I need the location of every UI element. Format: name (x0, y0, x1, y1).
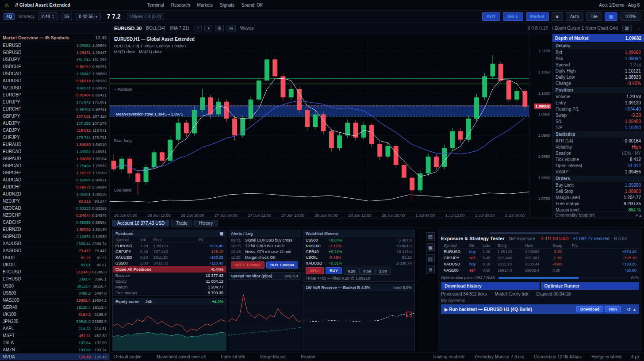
watchlist-row[interactable]: GBPCAD1.754941.75532 (0, 162, 109, 169)
rb-position-row[interactable]: GBPJPYsell0.40207.440207.081-1.10-128.10 (441, 255, 639, 261)
rb-action-cell[interactable]: Download history (441, 282, 540, 290)
wallet-icon[interactable]: ▧ (426, 232, 435, 241)
watchlist-row[interactable]: NZDCAD0.832330.83265 (0, 205, 109, 212)
dom-row[interactable]: Open interest44 812 (552, 162, 644, 169)
values-box[interactable]: Values 7.4 (0-0) (127, 13, 164, 20)
mover-row[interactable]: USOIL-0.48%81.22 (303, 254, 414, 260)
watchlist-row[interactable]: MSFT452.11452.30 (0, 332, 109, 339)
toolbar-button-buy[interactable]: BUY (482, 12, 500, 21)
dom-row[interactable]: Buy Limit1.09200 (552, 182, 644, 188)
rb-run-icon[interactable]: ↺ (627, 307, 631, 312)
dom-row[interactable]: Tick volume8 412 (552, 156, 644, 162)
rb-run-icon[interactable]: ▴ (633, 307, 636, 312)
watchlist-row[interactable]: USOIL81.2281.27 (0, 254, 109, 261)
watchlist-row[interactable]: EURAUD1.648801.64910 (0, 141, 109, 148)
watchlist-row[interactable]: EURGBP0.854040.85421 (0, 92, 109, 99)
window-grid-icon[interactable]: ▦ (622, 25, 632, 31)
panel-menu-icon[interactable]: ▦ (219, 231, 223, 236)
bottom-tab[interactable]: History (194, 220, 218, 227)
watchlist-row[interactable]: CADCHF0.656550.65684 (0, 219, 109, 226)
watchlist-row[interactable]: TSLA197.84197.99 (0, 339, 109, 346)
watchlist-row[interactable]: AUDNZD1.092011.09235 (0, 191, 109, 198)
dom-row[interactable]: Margin used1 204.77 (552, 194, 644, 200)
watchlist-row[interactable]: GBPJPY207.081207.110 (0, 113, 109, 120)
dom-row[interactable]: Margin level864 % (552, 207, 644, 211)
mover-row[interactable]: NAS100-1.12%19 804.2 (303, 243, 414, 249)
rb-scrollbar-thumb[interactable] (490, 232, 579, 234)
watchlist-row[interactable]: AUDCAD0.908940.90921 (0, 177, 109, 184)
watchlist-row[interactable]: EURCAD1.499021.49931 (0, 148, 109, 155)
close-all-button[interactable]: Close All Positions -0.44% (113, 266, 226, 273)
menu-item[interactable]: Sound: Off (242, 3, 263, 8)
dom-row[interactable]: S/L1.08400 (552, 118, 644, 124)
watchlist-row[interactable]: USDJPY161.244161.262 (0, 56, 109, 63)
watchlist-row[interactable]: EURCHF0.984020.98421 (0, 106, 109, 113)
chart-mode-item[interactable]: 1 Norm (580, 26, 596, 31)
chart-area[interactable]: EURUSD,H1 — Global Asset Extended BOLL(1… (110, 34, 529, 219)
chart-tool-icon[interactable]: ◎ (226, 25, 236, 31)
watchlist-row[interactable]: UK1008164.28166.8 (0, 311, 109, 318)
watchlist-row[interactable]: AUDUSD0.665180.66533 (0, 77, 109, 84)
toolbar-button-tile[interactable]: Tile (586, 12, 602, 21)
dom-row[interactable]: Floating P/L+674.40 (552, 106, 644, 112)
watchlist-row[interactable]: NAS10019802.419804.2 (0, 297, 109, 304)
watchlist-row[interactable]: ETHUSD3392.43396.1 (0, 276, 109, 283)
chart-symbol[interactable]: EURUSD-30 (114, 26, 142, 31)
watchlist-row[interactable]: XAGUSD29.41229.447 (0, 247, 109, 254)
alert-row[interactable]: 10:05TP hit GBPUSD +41.0 (228, 243, 301, 249)
strategy-badge[interactable]: 4Q (4, 13, 15, 20)
alert-row[interactable]: 11:20Margin check OK (228, 254, 301, 260)
position-row[interactable]: GBPJPY0.40207.440-128.10 (113, 249, 226, 254)
dom-row[interactable]: VolatilityHigh (552, 144, 644, 150)
menu-item[interactable]: Research (171, 3, 190, 8)
lot-preset-button[interactable]: 0.20 (344, 268, 360, 275)
alert-row[interactable]: 09:41Signal EURUSD buy cross (228, 237, 301, 243)
watchlist-row[interactable]: UKOIL85.6185.67 (0, 261, 109, 269)
rb-action-cell[interactable]: Optimize Runner (541, 282, 640, 290)
watchlist-row[interactable]: NZDCHF0.546440.54676 (0, 212, 109, 219)
watchlist-row[interactable]: US5005486.25487.0 (0, 290, 109, 297)
dom-row[interactable]: Spread1.2 pt (552, 61, 644, 68)
dom-row[interactable]: Free margin9 200.35 (552, 200, 644, 207)
dom-row[interactable]: VWAP1.09455 (552, 169, 644, 175)
volume-stepper[interactable]: 2.48 ▲▼ (38, 12, 58, 20)
watchlist-row[interactable]: XAUUSD2330.442330.74 (0, 240, 109, 247)
chart-tool-icon[interactable]: ◔ (194, 25, 202, 31)
watchlist-row[interactable]: NZDUSD0.609110.60929 (0, 84, 109, 92)
position-row[interactable]: EURUSD1.201.09120+674.40 (113, 243, 226, 249)
mover-row[interactable]: XAUUSD+0.31%2 330.74 (303, 260, 414, 266)
watchlist-row[interactable]: NVDA126.40126.48 (0, 353, 109, 361)
chart-mode-item[interactable]: Cursor (566, 26, 580, 31)
watchlist-row[interactable]: US3039112.439116.4 (0, 283, 109, 290)
rb-run-button-download[interactable]: Download (576, 306, 603, 312)
movers-sell-button[interactable]: SELL (306, 267, 324, 274)
watchlist-row[interactable]: CHFJPY179.744179.781 (0, 134, 109, 141)
watchlist-row[interactable]: JPN22539540.039550.0 (0, 318, 109, 325)
dom-row[interactable]: Ask1.09694 (552, 55, 644, 61)
movers-buy-button[interactable]: BUY (326, 267, 342, 274)
price-scale[interactable]: 1.07501.08001.08501.09001.09501.10001.10… (529, 34, 552, 219)
watchlist-row[interactable]: EURJPY176.842176.861 (0, 99, 109, 106)
lot-preset-button[interactable]: 1.00 (375, 268, 391, 275)
toolbar-button-market[interactable]: Market (526, 12, 549, 21)
menu-item[interactable]: Markets (197, 3, 213, 8)
watchlist-row[interactable]: USDCHF0.897120.89731 (0, 63, 109, 70)
toolbar-button-[interactable]: ≡ (552, 12, 563, 21)
bottom-tab[interactable]: Account 10 377.43 USD (112, 220, 169, 227)
rb-run-button-run[interactable]: Run (605, 306, 621, 312)
dom-row[interactable]: Sell Stop1.08900 (552, 188, 644, 194)
dom-row[interactable]: Swap-3.20 (552, 112, 644, 118)
alert-row[interactable]: 10:48News: CPI release 12 min (228, 249, 301, 254)
package-icon[interactable]: ▣ (426, 243, 435, 252)
chart-tool-icon[interactable]: ◑ (204, 25, 212, 31)
waves-label[interactable]: Waves (240, 26, 253, 31)
rb-position-row[interactable]: EURUSDbuy1.201.091201.09682-3.20+674.40 (441, 249, 639, 255)
rb-scrollbar[interactable] (468, 232, 613, 234)
chevron-down-icon[interactable]: ▾ (96, 14, 98, 19)
position-row[interactable]: US5002.005431.00+110.40 (113, 260, 226, 266)
chart-icon[interactable]: ▤ (426, 254, 435, 263)
watchlist-row[interactable]: BTCUSD61244.561289.0 (0, 269, 109, 276)
arrow-right-icon[interactable]: → (636, 26, 640, 31)
watchlist-row[interactable]: AMZN193.60193.74 (0, 346, 109, 353)
quote-box[interactable]: 0.42.55 ▾ (76, 13, 100, 20)
